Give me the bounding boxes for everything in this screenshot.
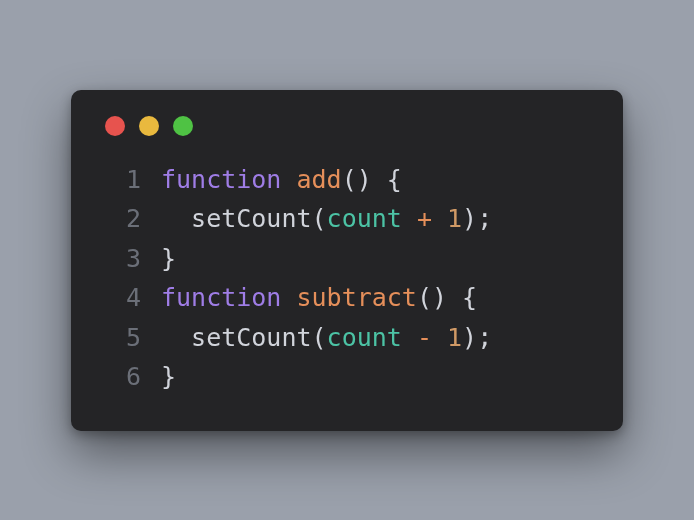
token-ident: count: [327, 323, 402, 352]
token-space: [402, 323, 417, 352]
code-line: 3}: [105, 239, 589, 279]
line-number: 3: [105, 239, 141, 279]
line-content: }: [161, 357, 176, 397]
token-keyword: function: [161, 283, 281, 312]
token-punc: (: [312, 204, 327, 233]
code-line: 4function subtract() {: [105, 278, 589, 318]
line-number: 2: [105, 199, 141, 239]
code-line: 2 setCount(count + 1);: [105, 199, 589, 239]
token-ident: count: [327, 204, 402, 233]
line-content: }: [161, 239, 176, 279]
line-content: setCount(count - 1);: [161, 318, 492, 358]
token-space: [432, 204, 447, 233]
line-content: setCount(count + 1);: [161, 199, 492, 239]
token-funcname: subtract: [296, 283, 416, 312]
token-punc: (): [417, 283, 447, 312]
line-number: 1: [105, 160, 141, 200]
token-space: [281, 283, 296, 312]
line-number: 6: [105, 357, 141, 397]
traffic-lights: [105, 116, 589, 136]
token-punc: {: [462, 283, 477, 312]
line-content: function add() {: [161, 160, 402, 200]
line-content: function subtract() {: [161, 278, 477, 318]
token-punc: }: [161, 362, 176, 391]
token-operator: -: [417, 323, 432, 352]
token-space: [432, 323, 447, 352]
token-punc: (: [312, 323, 327, 352]
token-punc: (): [342, 165, 372, 194]
token-space: [281, 165, 296, 194]
close-icon[interactable]: [105, 116, 125, 136]
token-space: [372, 165, 387, 194]
token-number: 1: [447, 204, 462, 233]
indent: [161, 204, 191, 233]
token-punc: );: [462, 323, 492, 352]
indent: [161, 323, 191, 352]
minimize-icon[interactable]: [139, 116, 159, 136]
code-window: 1function add() {2 setCount(count + 1);3…: [71, 90, 623, 431]
line-number: 4: [105, 278, 141, 318]
maximize-icon[interactable]: [173, 116, 193, 136]
code-line: 1function add() {: [105, 160, 589, 200]
token-call: setCount: [191, 204, 311, 233]
token-space: [402, 204, 417, 233]
token-number: 1: [447, 323, 462, 352]
token-punc: );: [462, 204, 492, 233]
code-line: 5 setCount(count - 1);: [105, 318, 589, 358]
code-line: 6}: [105, 357, 589, 397]
token-keyword: function: [161, 165, 281, 194]
token-funcname: add: [296, 165, 341, 194]
token-punc: {: [387, 165, 402, 194]
line-number: 5: [105, 318, 141, 358]
code-block: 1function add() {2 setCount(count + 1);3…: [105, 160, 589, 397]
token-punc: }: [161, 244, 176, 273]
token-call: setCount: [191, 323, 311, 352]
token-space: [447, 283, 462, 312]
token-operator: +: [417, 204, 432, 233]
